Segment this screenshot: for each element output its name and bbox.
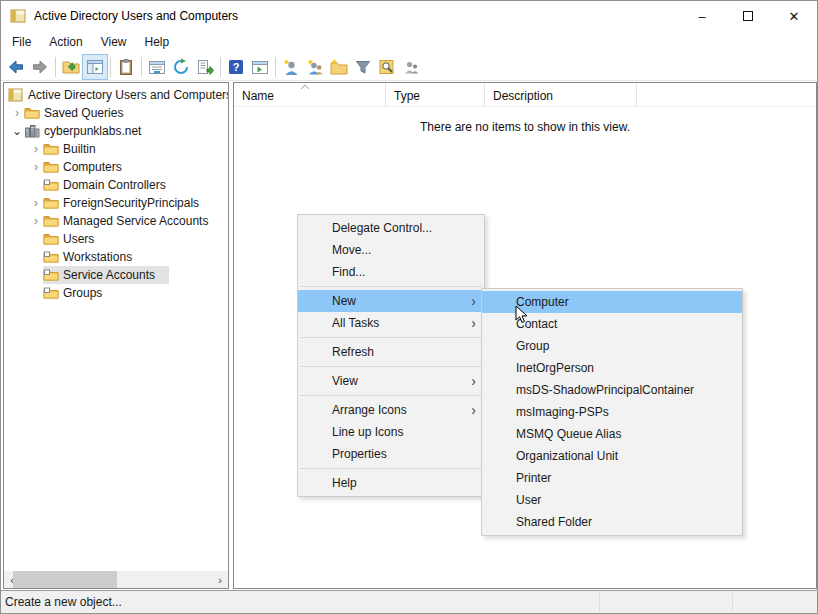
submenu-item-user[interactable]: User (482, 489, 742, 511)
horizontal-scrollbar[interactable]: ‹ › (4, 571, 228, 588)
properties-window-icon (148, 58, 166, 76)
ou-folder-icon (43, 285, 59, 301)
menu-help[interactable]: Help (136, 32, 179, 52)
special-group-button[interactable] (399, 55, 423, 79)
tree-item-service-accounts[interactable]: Service Accounts (4, 266, 228, 284)
find-button[interactable] (375, 55, 399, 79)
filter-button[interactable] (351, 55, 375, 79)
menu-item-move[interactable]: Move... (298, 239, 484, 261)
close-icon: ✕ (789, 9, 800, 24)
minimize-button[interactable]: – (679, 1, 725, 31)
tree-item-domain[interactable]: ⌄ cyberpunklabs.net (4, 122, 228, 140)
submenu-item-inetorgperson[interactable]: InetOrgPerson (482, 357, 742, 379)
maximize-icon (743, 11, 753, 21)
toolbar-separator (110, 57, 111, 77)
menu-item-help[interactable]: Help (298, 472, 484, 494)
chevron-right-icon[interactable]: › (29, 160, 43, 174)
menu-file[interactable]: File (3, 32, 40, 52)
menu-item-line-up-icons[interactable]: Line up Icons (298, 421, 484, 443)
mouse-cursor (515, 305, 529, 325)
close-button[interactable]: ✕ (771, 1, 817, 31)
column-header-description[interactable]: Description (485, 83, 637, 107)
new-window-button[interactable] (248, 55, 272, 79)
tree-item-domain-controllers[interactable]: Domain Controllers (4, 176, 228, 194)
toolbar-separator (275, 57, 276, 77)
submenu-item-msimaging-psps[interactable]: msImaging-PSPs (482, 401, 742, 423)
forward-icon (31, 58, 49, 76)
menu-separator (300, 337, 482, 338)
tree-item-builtin[interactable]: › Builtin (4, 140, 228, 158)
menu-item-find[interactable]: Find... (298, 261, 484, 283)
chevron-right-icon[interactable]: › (29, 214, 43, 228)
refresh-button[interactable] (169, 55, 193, 79)
menu-item-properties[interactable]: Properties (298, 443, 484, 465)
status-text: Create a new object... (5, 595, 122, 609)
submenu-item-organizational-unit[interactable]: Organizational Unit (482, 445, 742, 467)
sort-ascending-icon (300, 84, 310, 90)
forward-button[interactable] (28, 55, 52, 79)
folder-icon (43, 141, 59, 157)
menu-item-view[interactable]: View› (298, 370, 484, 392)
folder-icon (43, 159, 59, 175)
submenu-item-printer[interactable]: Printer (482, 467, 742, 489)
submenu-item-msds-shadowprincipalcontainer[interactable]: msDS-ShadowPrincipalContainer (482, 379, 742, 401)
tree-item-managed-service-accounts[interactable]: › Managed Service Accounts (4, 212, 228, 230)
properties-window-button[interactable] (145, 55, 169, 79)
scrollbar-thumb[interactable] (13, 571, 117, 588)
tree-item-computers[interactable]: › Computers (4, 158, 228, 176)
menu-action[interactable]: Action (40, 32, 91, 52)
scroll-right-icon[interactable]: › (212, 571, 228, 588)
new-user-button[interactable] (279, 55, 303, 79)
clipboard-button[interactable] (114, 55, 138, 79)
menu-item-arrange-icons[interactable]: Arrange Icons› (298, 399, 484, 421)
maximize-button[interactable] (725, 1, 771, 31)
new-group-button[interactable] (303, 55, 327, 79)
column-header-name[interactable]: Name (234, 83, 386, 107)
tree-item-foreign-security-principals[interactable]: › ForeignSecurityPrincipals (4, 194, 228, 212)
export-folder-button[interactable] (59, 55, 83, 79)
submenu-item-shared-folder[interactable]: Shared Folder (482, 511, 742, 533)
menu-separator (300, 395, 482, 396)
tree-item-workstations[interactable]: Workstations (4, 248, 228, 266)
find-icon (378, 58, 396, 76)
domain-icon (24, 123, 40, 139)
menu-item-new[interactable]: New› (298, 290, 484, 312)
tree-item-root[interactable]: Active Directory Users and Computers (4, 86, 228, 104)
statusbar-divider (599, 593, 600, 612)
help-icon: ? (227, 58, 245, 76)
tree: Active Directory Users and Computers › S… (4, 83, 228, 302)
chevron-right-icon[interactable]: › (10, 106, 24, 120)
new-submenu: Computer Contact Group InetOrgPerson msD… (481, 288, 743, 536)
chevron-down-icon[interactable]: ⌄ (10, 124, 24, 138)
submenu-item-group[interactable]: Group (482, 335, 742, 357)
column-header-type[interactable]: Type (386, 83, 485, 107)
tree-item-users[interactable]: Users (4, 230, 228, 248)
tree-item-groups[interactable]: Groups (4, 284, 228, 302)
console-tree-icon (86, 58, 104, 76)
svg-text:?: ? (233, 61, 240, 73)
new-ou-icon (330, 58, 348, 76)
menu-item-refresh[interactable]: Refresh (298, 341, 484, 363)
chevron-right-icon[interactable]: › (29, 196, 43, 210)
chevron-right-icon[interactable]: › (29, 142, 43, 156)
status-bar: Create a new object... (1, 590, 817, 613)
menu-view[interactable]: View (92, 32, 136, 52)
window-title: Active Directory Users and Computers (34, 9, 238, 23)
folder-icon (43, 213, 59, 229)
export-list-button[interactable] (193, 55, 217, 79)
toolbar-separator (55, 57, 56, 77)
special-group-icon (402, 58, 420, 76)
empty-view-message: There are no items to show in this view. (234, 120, 816, 134)
menu-bar: File Action View Help (1, 31, 817, 53)
show-console-tree-button[interactable] (83, 55, 107, 79)
submenu-arrow-icon: › (471, 404, 476, 416)
toolbar: ? (1, 53, 817, 81)
new-ou-button[interactable] (327, 55, 351, 79)
help-button[interactable]: ? (224, 55, 248, 79)
ou-folder-icon (43, 177, 59, 193)
submenu-item-msmq-queue-alias[interactable]: MSMQ Queue Alias (482, 423, 742, 445)
menu-item-delegate-control[interactable]: Delegate Control... (298, 217, 484, 239)
tree-item-saved-queries[interactable]: › Saved Queries (4, 104, 228, 122)
menu-item-all-tasks[interactable]: All Tasks› (298, 312, 484, 334)
back-button[interactable] (4, 55, 28, 79)
